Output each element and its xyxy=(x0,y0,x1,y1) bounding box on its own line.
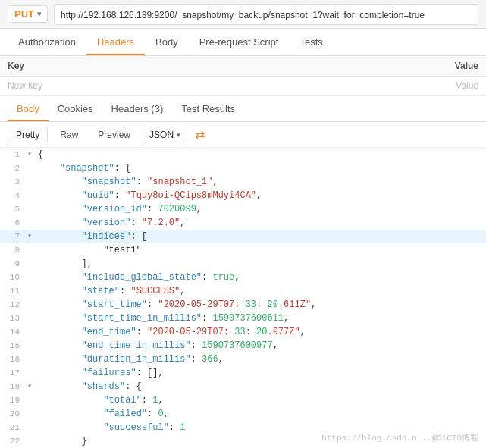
line-arrow-icon xyxy=(24,352,35,366)
line-number: 4 xyxy=(0,189,24,202)
line-arrow-icon xyxy=(24,421,35,434)
line-arrow-icon xyxy=(24,271,35,284)
resp-tab-headers[interactable]: Headers (3) xyxy=(102,98,173,121)
line-code: "uuid": "Tquy8oi-QCips8mMdyi4CA", xyxy=(35,189,486,202)
code-line-10: 10 "include_global_state": true, xyxy=(0,271,486,284)
code-line-2: 2 "snapshot": { xyxy=(0,161,486,175)
tab-body[interactable]: Body xyxy=(145,30,189,55)
line-number: 15 xyxy=(0,339,24,352)
code-line-3: 3 "snapshot": "snapshot_1", xyxy=(0,175,486,189)
new-key-cell[interactable]: New key xyxy=(0,77,389,96)
wrap-icon[interactable]: ⇄ xyxy=(195,127,205,142)
tab-tests[interactable]: Tests xyxy=(289,30,333,55)
line-arrow-icon xyxy=(24,216,35,230)
col-header-value: Value xyxy=(389,56,486,77)
preview-button[interactable]: Preview xyxy=(90,127,138,143)
line-arrow-icon xyxy=(24,407,35,421)
response-tab-bar: Body Cookies Headers (3) Test Results xyxy=(0,96,486,122)
line-code: "total": 1, xyxy=(35,393,486,407)
url-input[interactable]: http://192.168.126.139:9200/_snapshot/my… xyxy=(54,4,478,25)
code-line-18: 18▾ "shards": { xyxy=(0,380,486,393)
request-tab-bar: Authorization Headers Body Pre-request S… xyxy=(0,29,486,56)
method-chevron-icon: ▾ xyxy=(37,10,41,18)
line-code: "duration_in_millis": 366, xyxy=(35,352,486,366)
line-number: 11 xyxy=(0,284,24,298)
line-number: 13 xyxy=(0,312,24,325)
code-line-14: 14 "end_time": "2020-05-29T07: 33: 20.97… xyxy=(0,325,486,339)
format-dropdown[interactable]: JSON ▾ xyxy=(143,127,187,143)
line-arrow-icon xyxy=(24,312,35,325)
line-arrow-icon xyxy=(24,257,35,271)
line-code: "start_time_in_millis": 1590737600611, xyxy=(35,312,486,325)
code-line-7: 7▾ "indices": [ xyxy=(0,230,486,243)
line-number: 9 xyxy=(0,257,24,271)
line-number: 18 xyxy=(0,380,24,393)
line-number: 16 xyxy=(0,352,24,366)
top-bar: PUT ▾ http://192.168.126.139:9200/_snaps… xyxy=(0,0,486,29)
format-chevron-icon: ▾ xyxy=(177,131,180,139)
watermark: https://blog.csdn.n...@51CTO博客 xyxy=(321,432,478,443)
new-value-cell[interactable]: Value xyxy=(389,77,486,96)
code-line-20: 20 "failed": 0, xyxy=(0,407,486,421)
code-line-8: 8 "test1" xyxy=(0,243,486,257)
tab-authorization[interactable]: Authorization xyxy=(8,30,86,55)
line-number: 10 xyxy=(0,271,24,284)
tab-headers[interactable]: Headers xyxy=(86,30,145,55)
line-number: 1 xyxy=(0,148,24,161)
line-code: "state": "SUCCESS", xyxy=(35,284,486,298)
line-arrow-icon xyxy=(24,325,35,339)
line-number: 2 xyxy=(0,161,24,175)
code-line-13: 13 "start_time_in_millis": 1590737600611… xyxy=(0,312,486,325)
line-number: 14 xyxy=(0,325,24,339)
line-code: "include_global_state": true, xyxy=(35,271,486,284)
tab-pre-request-script[interactable]: Pre-request Script xyxy=(189,30,290,55)
line-arrow-icon xyxy=(24,298,35,312)
line-number: 6 xyxy=(0,216,24,230)
pretty-button[interactable]: Pretty xyxy=(8,127,48,143)
method-selector[interactable]: PUT ▾ xyxy=(8,5,48,23)
code-line-1: 1▾{ xyxy=(0,148,486,161)
line-arrow-icon xyxy=(24,339,35,352)
code-table: 1▾{2 "snapshot": {3 "snapshot": "snapsho… xyxy=(0,148,486,448)
code-line-9: 9 ], xyxy=(0,257,486,271)
code-line-5: 5 "version_id": 7020099, xyxy=(0,202,486,216)
line-code: "snapshot": "snapshot_1", xyxy=(35,175,486,189)
line-number: 21 xyxy=(0,421,24,434)
resp-tab-body[interactable]: Body xyxy=(8,98,49,121)
line-arrow-icon xyxy=(24,284,35,298)
line-code: "failures": [], xyxy=(35,366,486,380)
line-arrow-icon xyxy=(24,175,35,189)
line-number: 3 xyxy=(0,175,24,189)
line-arrow-icon xyxy=(24,393,35,407)
line-number: 19 xyxy=(0,393,24,407)
line-number: 17 xyxy=(0,366,24,380)
line-arrow-icon xyxy=(24,202,35,216)
line-number: 12 xyxy=(0,298,24,312)
line-code: "shards": { xyxy=(35,380,486,393)
raw-button[interactable]: Raw xyxy=(52,127,86,143)
line-arrow-icon[interactable]: ▾ xyxy=(24,230,35,243)
line-number: 5 xyxy=(0,202,24,216)
code-line-4: 4 "uuid": "Tquy8oi-QCips8mMdyi4CA", xyxy=(0,189,486,202)
col-header-key: Key xyxy=(0,56,389,77)
headers-section: Key Value New key Value xyxy=(0,56,486,96)
line-number: 8 xyxy=(0,243,24,257)
code-line-11: 11 "state": "SUCCESS", xyxy=(0,284,486,298)
code-line-17: 17 "failures": [], xyxy=(0,366,486,380)
format-label: JSON xyxy=(149,130,174,140)
resp-tab-test-results[interactable]: Test Results xyxy=(172,98,244,121)
headers-new-row: New key Value xyxy=(0,77,486,96)
line-arrow-icon[interactable]: ▾ xyxy=(24,148,35,161)
code-line-6: 6 "version": "7.2.0", xyxy=(0,216,486,230)
line-code: "start_time": "2020-05-29T07: 33: 20.611… xyxy=(35,298,486,312)
main-content: Authorization Headers Body Pre-request S… xyxy=(0,29,486,448)
line-arrow-icon xyxy=(24,189,35,202)
line-arrow-icon xyxy=(24,366,35,380)
line-code: { xyxy=(35,148,486,161)
code-area: 1▾{2 "snapshot": {3 "snapshot": "snapsho… xyxy=(0,148,486,448)
line-code: "version": "7.2.0", xyxy=(35,216,486,230)
line-arrow-icon[interactable]: ▾ xyxy=(24,380,35,393)
resp-tab-cookies[interactable]: Cookies xyxy=(49,98,102,121)
line-code: "test1" xyxy=(35,243,486,257)
code-line-12: 12 "start_time": "2020-05-29T07: 33: 20.… xyxy=(0,298,486,312)
